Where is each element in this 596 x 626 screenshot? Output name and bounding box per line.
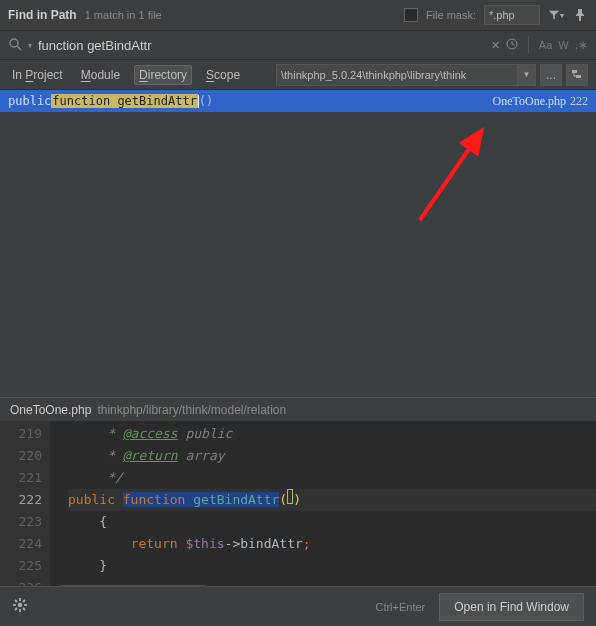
preview-path: thinkphp/library/think/model/relation bbox=[97, 403, 286, 417]
line-number: 225 bbox=[0, 555, 42, 577]
line-number: 220 bbox=[0, 445, 42, 467]
code-body: * @access public * @return array */ publ… bbox=[50, 421, 596, 597]
line-number: 223 bbox=[0, 511, 42, 533]
svg-line-13 bbox=[15, 608, 17, 610]
preview-header: OneToOne.php thinkphp/library/think/mode… bbox=[0, 397, 596, 421]
line-number: 219 bbox=[0, 423, 42, 445]
dialog-title: Find in Path bbox=[8, 8, 77, 22]
result-open-paren: ( bbox=[199, 94, 206, 108]
scope-bar: In Project Module Directory Scope ▼ ... bbox=[0, 60, 596, 90]
scope-tab-scope[interactable]: Scope bbox=[202, 66, 244, 84]
words-toggle[interactable]: W bbox=[558, 39, 568, 51]
svg-line-1 bbox=[17, 46, 21, 50]
file-mask-label: File mask: bbox=[426, 9, 476, 21]
gutter: 219 220 221 222 223 224 225 226 bbox=[0, 421, 50, 597]
result-close-paren: ) bbox=[206, 94, 213, 108]
browse-directory-button[interactable]: ... bbox=[540, 64, 562, 86]
clear-icon[interactable]: ✕ bbox=[491, 39, 500, 52]
results-panel bbox=[0, 112, 596, 397]
match-case-toggle[interactable]: Aa bbox=[539, 39, 552, 51]
svg-line-11 bbox=[15, 600, 17, 602]
file-mask-input[interactable] bbox=[484, 5, 540, 25]
svg-point-0 bbox=[10, 39, 18, 47]
result-file: OneToOne.php bbox=[493, 94, 566, 108]
match-count: 1 match in 1 file bbox=[85, 9, 162, 21]
line-number: 222 bbox=[0, 489, 42, 511]
annotation-arrow-icon bbox=[410, 120, 495, 230]
history-icon[interactable] bbox=[506, 38, 518, 53]
result-match-text: function getBindAttr bbox=[51, 94, 198, 108]
scope-tab-directory[interactable]: Directory bbox=[134, 65, 192, 85]
search-row: ▾ ✕ Aa W .∗ bbox=[0, 30, 596, 60]
code-preview[interactable]: 219 220 221 222 223 224 225 226 * @acces… bbox=[0, 421, 596, 597]
svg-rect-4 bbox=[576, 75, 581, 78]
result-prefix: public bbox=[8, 94, 51, 108]
recursive-toggle-icon[interactable] bbox=[566, 64, 588, 86]
filter-icon[interactable]: ▾ bbox=[548, 7, 564, 23]
chevron-down-icon[interactable]: ▾ bbox=[28, 41, 32, 50]
directory-path-input[interactable] bbox=[276, 64, 518, 86]
search-icon bbox=[8, 37, 22, 54]
pin-icon[interactable] bbox=[572, 7, 588, 23]
svg-line-5 bbox=[420, 130, 482, 220]
line-number: 221 bbox=[0, 467, 42, 489]
svg-rect-3 bbox=[572, 70, 577, 73]
preview-filename: OneToOne.php bbox=[10, 403, 91, 417]
svg-line-14 bbox=[23, 600, 25, 602]
open-in-find-window-button[interactable]: Open in Find Window bbox=[439, 593, 584, 621]
svg-line-12 bbox=[23, 608, 25, 610]
shortcut-hint: Ctrl+Enter bbox=[375, 601, 425, 613]
gear-icon[interactable] bbox=[12, 597, 28, 616]
search-input[interactable] bbox=[38, 38, 485, 53]
footer: Ctrl+Enter Open in Find Window bbox=[0, 586, 596, 626]
scope-tab-module[interactable]: Module bbox=[77, 66, 124, 84]
titlebar: Find in Path 1 match in 1 file File mask… bbox=[0, 0, 596, 30]
directory-dropdown-icon[interactable]: ▼ bbox=[518, 64, 536, 86]
line-number: 224 bbox=[0, 533, 42, 555]
regex-toggle[interactable]: .∗ bbox=[575, 38, 588, 52]
file-mask-checkbox[interactable] bbox=[404, 8, 418, 22]
svg-point-6 bbox=[18, 603, 22, 607]
result-line: 222 bbox=[570, 94, 588, 108]
search-result-row[interactable]: public function getBindAttr() OneToOne.p… bbox=[0, 90, 596, 112]
scope-tab-project[interactable]: In Project bbox=[8, 66, 67, 84]
